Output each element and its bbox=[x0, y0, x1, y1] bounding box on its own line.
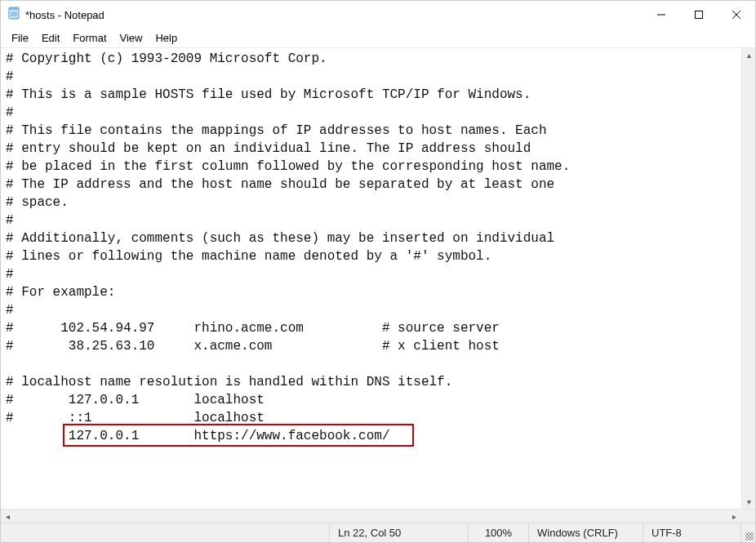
titlebar-left: *hosts - Notepad bbox=[7, 7, 105, 23]
editor-area: # Copyright (c) 1993-2009 Microsoft Corp… bbox=[1, 48, 755, 509]
menu-view[interactable]: View bbox=[114, 30, 149, 46]
menu-edit[interactable]: Edit bbox=[36, 30, 65, 46]
maximize-button[interactable] bbox=[680, 1, 718, 29]
menu-file[interactable]: File bbox=[6, 30, 34, 46]
window-controls bbox=[643, 1, 755, 29]
minimize-button[interactable] bbox=[643, 1, 680, 29]
scroll-left-icon[interactable]: ◂ bbox=[1, 510, 15, 523]
horizontal-scrollbar[interactable]: ◂ ▸ bbox=[1, 509, 755, 523]
vertical-scrollbar[interactable]: ▴ ▾ bbox=[741, 48, 755, 509]
menu-help[interactable]: Help bbox=[149, 30, 183, 46]
menubar: File Edit Format View Help bbox=[1, 29, 755, 48]
svg-rect-1 bbox=[9, 7, 19, 10]
scroll-up-icon[interactable]: ▴ bbox=[742, 48, 756, 62]
svg-rect-6 bbox=[696, 11, 703, 19]
scroll-corner bbox=[741, 510, 755, 523]
status-spacer bbox=[1, 523, 329, 542]
notepad-window: *hosts - Notepad File Edit Format View H… bbox=[0, 0, 756, 543]
status-cursor-position: Ln 22, Col 50 bbox=[329, 523, 468, 542]
menu-format[interactable]: Format bbox=[67, 30, 112, 46]
status-line-ending: Windows (CRLF) bbox=[528, 523, 643, 542]
window-title: *hosts - Notepad bbox=[25, 9, 105, 21]
status-zoom: 100% bbox=[468, 523, 528, 542]
text-editor[interactable]: # Copyright (c) 1993-2009 Microsoft Corp… bbox=[1, 48, 741, 509]
close-button[interactable] bbox=[718, 1, 755, 29]
scroll-down-icon[interactable]: ▾ bbox=[742, 495, 756, 509]
notepad-icon bbox=[7, 7, 20, 23]
scroll-right-icon[interactable]: ▸ bbox=[727, 510, 741, 523]
titlebar[interactable]: *hosts - Notepad bbox=[1, 1, 755, 29]
status-encoding: UTF-8 bbox=[643, 523, 740, 542]
resize-grip[interactable] bbox=[740, 523, 755, 542]
statusbar: Ln 22, Col 50 100% Windows (CRLF) UTF-8 bbox=[1, 523, 755, 542]
